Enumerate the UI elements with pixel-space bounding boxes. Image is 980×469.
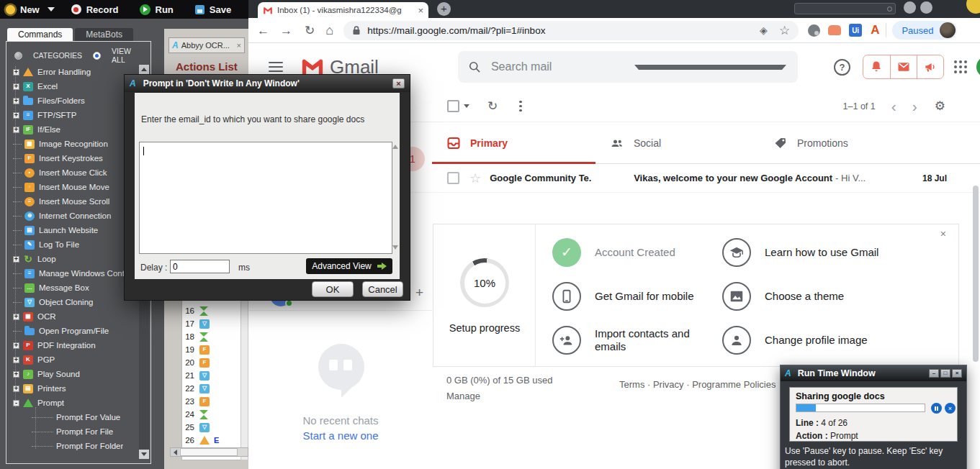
expand-toggle-icon[interactable]: +	[13, 357, 19, 363]
footer-link-programme-policies[interactable]: Programme Policies	[692, 379, 776, 390]
command-item-printers[interactable]: +▤Printers	[8, 381, 129, 396]
action-row-26[interactable]: 26E	[182, 434, 240, 447]
start-new-chat-link[interactable]: Start a new one	[249, 429, 432, 442]
new-button[interactable]: New	[20, 4, 40, 15]
page-scrollbar-thumb[interactable]	[973, 186, 979, 362]
tab-commands[interactable]: Commands	[7, 28, 73, 42]
scrollbar-thumb[interactable]	[180, 448, 238, 456]
command-item-pdf-integration[interactable]: +PPDF Integration	[8, 338, 129, 352]
uipath-extension-icon[interactable]: Ui	[849, 24, 862, 37]
more-options-icon[interactable]	[519, 105, 522, 108]
envelope-icon[interactable]	[890, 55, 917, 78]
action-row-16[interactable]: 16	[182, 304, 240, 317]
command-item-launch-website[interactable]: ▤Launch Website	[8, 223, 129, 237]
setup-item-learn-how-to-use-gmail[interactable]: Learn how to use Gmail	[722, 230, 938, 274]
pause-button[interactable]	[931, 403, 942, 414]
command-item-pgp[interactable]: +KPGP	[8, 352, 129, 367]
action-row-22[interactable]: 22▽	[182, 382, 240, 395]
tab-close-icon[interactable]: ×	[418, 5, 423, 16]
command-item-excel[interactable]: +XExcel	[8, 79, 129, 94]
maximize-icon[interactable]: □	[940, 369, 950, 378]
command-item-message-box[interactable]: …Message Box	[8, 281, 129, 295]
extension-icon[interactable]	[828, 25, 841, 35]
manage-link[interactable]: Manage	[446, 391, 480, 401]
dialog-close-icon[interactable]: ×	[392, 78, 405, 88]
scroll-up-button[interactable]	[139, 65, 149, 74]
command-item-prompt-for-folder[interactable]: Prompt For Folder	[8, 439, 129, 453]
command-item-ftp-sftp[interactable]: +≡FTP/SFTP	[8, 108, 129, 122]
google-apps-icon[interactable]	[953, 60, 968, 74]
back-icon[interactable]: ←	[257, 24, 269, 37]
scroll-up-icon[interactable]	[392, 145, 398, 149]
new-tab-button[interactable]: +	[437, 2, 451, 16]
collapse-toggle-icon[interactable]: -	[13, 400, 19, 406]
command-item-ocr[interactable]: +▦OCR	[8, 309, 129, 324]
actions-tab-abbyy[interactable]: A Abbyy OCR... ×	[168, 37, 245, 53]
categories-radio[interactable]	[14, 52, 22, 60]
tab-primary[interactable]: Primary	[432, 122, 595, 163]
command-item-loop[interactable]: +↻Loop	[8, 252, 129, 266]
bookmark-star-icon[interactable]: ☆	[779, 23, 790, 38]
new-dropdown-icon[interactable]	[48, 7, 55, 12]
footer-link-terms[interactable]: Terms	[619, 379, 644, 390]
close-icon[interactable]: ×	[237, 41, 241, 50]
tab-promotions[interactable]: Promotions	[759, 122, 922, 163]
tab-metabots[interactable]: MetaBots	[75, 28, 133, 42]
tab-social[interactable]: Social	[595, 122, 759, 163]
scroll-down-icon[interactable]	[392, 245, 398, 250]
close-icon[interactable]: ×	[940, 228, 946, 240]
action-row-24[interactable]: 24	[182, 408, 240, 421]
command-item-insert-keystrokes[interactable]: FInsert Keystrokes	[8, 151, 129, 165]
action-row-21[interactable]: 21▽	[182, 369, 240, 382]
footer-link-privacy[interactable]: Privacy	[653, 379, 684, 390]
save-button[interactable]: Save	[210, 4, 231, 15]
settings-gear-icon[interactable]: ⚙	[935, 99, 945, 114]
command-item-files-folders[interactable]: +Files/Folders	[8, 94, 129, 108]
address-bar[interactable]: https://mail.google.com/mail/?pli=1#inbo…	[343, 21, 799, 40]
stop-button[interactable]: ×	[945, 403, 956, 414]
command-item-log-to-file[interactable]: ✎Log To File	[8, 237, 129, 252]
action-row-19[interactable]: 19F	[182, 343, 240, 356]
scroll-left-button[interactable]	[171, 448, 179, 456]
expand-toggle-icon[interactable]: +	[13, 342, 19, 349]
action-row-17[interactable]: 17▽	[182, 317, 240, 330]
view-all-radio[interactable]	[93, 52, 101, 60]
expand-toggle-icon[interactable]: +	[13, 112, 19, 119]
menu-icon[interactable]	[269, 59, 283, 75]
command-item-error-handling[interactable]: +Error Handling	[8, 65, 129, 79]
bookmark-diamond-icon[interactable]: ◈	[760, 24, 768, 36]
command-item-open-program-file[interactable]: Open Program/File	[8, 324, 129, 338]
home-icon[interactable]: ⌂	[325, 24, 333, 37]
command-item-prompt[interactable]: -Prompt	[8, 396, 129, 410]
cancel-button[interactable]: Cancel	[362, 281, 403, 297]
extension-icon[interactable]	[808, 24, 820, 37]
megaphone-icon[interactable]	[917, 55, 943, 78]
command-item-insert-mouse-click[interactable]: •Insert Mouse Click	[8, 165, 129, 180]
help-icon[interactable]: ?	[834, 59, 850, 76]
older-page-icon[interactable]: ›	[912, 99, 917, 114]
minimize-icon[interactable]: –	[929, 369, 939, 378]
prompt-input-textarea[interactable]	[139, 142, 392, 254]
browser-tab-inbox[interactable]: Inbox (1) - vikasmishra122334@g ×	[258, 2, 428, 18]
forward-icon[interactable]: →	[280, 24, 292, 37]
setup-item-import-contacts-and-emails[interactable]: Import contacts and emails	[552, 318, 722, 362]
command-item-insert-mouse-scroll[interactable]: ≡Insert Mouse Scroll	[8, 194, 129, 209]
expand-toggle-icon[interactable]: +	[13, 98, 19, 104]
select-all-checkbox[interactable]	[447, 100, 459, 112]
delay-input[interactable]	[170, 260, 230, 273]
command-item-prompt-for-value[interactable]: Prompt For Value	[8, 410, 129, 424]
mail-search-bar[interactable]: Search mail	[458, 51, 798, 83]
paused-status-chip[interactable]: Paused	[892, 21, 956, 40]
newer-page-icon[interactable]: ‹	[891, 99, 896, 114]
reload-icon[interactable]: ↻	[305, 24, 315, 37]
automation-anywhere-extension-icon[interactable]: A	[871, 23, 879, 37]
advanced-view-button[interactable]: Advanced View	[306, 258, 392, 274]
expand-toggle-icon[interactable]: +	[13, 127, 19, 133]
command-item-object-cloning[interactable]: ▽Object Cloning	[8, 295, 129, 309]
command-item-insert-mouse-move[interactable]: ◦Insert Mouse Move	[8, 180, 129, 194]
expand-toggle-icon[interactable]: +	[13, 69, 19, 76]
setup-item-account-created[interactable]: ✓Account Created	[552, 230, 722, 274]
refresh-icon[interactable]: ↻	[487, 99, 498, 114]
expand-toggle-icon[interactable]: +	[13, 314, 19, 320]
expand-toggle-icon[interactable]: +	[13, 386, 19, 392]
